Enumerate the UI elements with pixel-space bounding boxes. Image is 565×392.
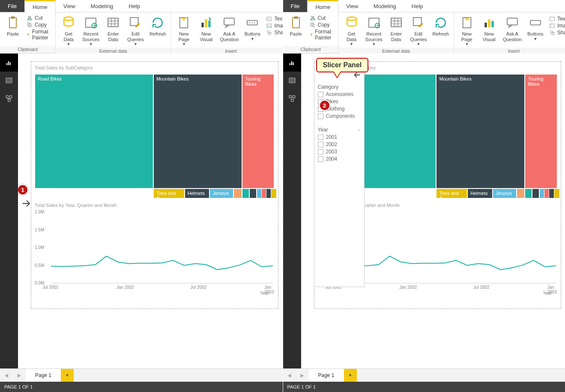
slicer-option[interactable]: 2001 <box>318 134 361 140</box>
get-data-button[interactable]: Get Data▼ <box>341 13 363 47</box>
report-canvas[interactable]: Total Sales by SubCategory Road BikesMou… <box>301 54 565 368</box>
treemap-cell[interactable]: Jerseys <box>209 189 233 198</box>
treemap-cell[interactable]: Jerseys <box>493 189 517 198</box>
svg-rect-37 <box>294 16 298 18</box>
refresh-button[interactable]: Refresh <box>430 13 452 37</box>
expand-slicer-arrow[interactable] <box>19 196 34 211</box>
ask-question-button[interactable]: Ask A Question <box>500 13 524 42</box>
treemap-cell[interactable]: Mountain Bikes <box>153 74 242 189</box>
format-painter-button[interactable]: Format Painter <box>310 29 334 41</box>
new-visual-button[interactable]: New Visual <box>478 13 500 42</box>
text-box-button[interactable]: AText <box>266 16 283 22</box>
copy-button[interactable]: Copy <box>310 22 334 28</box>
treemap-cell[interactable]: Helmets <box>185 189 210 198</box>
svg-rect-53 <box>507 18 517 25</box>
visual-selection[interactable]: Total Sales by SubCategory Road BikesMou… <box>31 61 278 309</box>
refresh-button[interactable]: Refresh <box>146 13 169 37</box>
model-view-button[interactable] <box>0 90 18 108</box>
menu-modeling[interactable]: Modeling <box>83 0 121 12</box>
menu-help[interactable]: Help <box>404 0 431 12</box>
page-tab-1[interactable]: Page 1 <box>26 369 61 382</box>
new-page-button[interactable]: New Page▼ <box>456 13 478 47</box>
cut-button[interactable]: Cut <box>27 15 51 21</box>
tab-next[interactable]: ► <box>296 369 309 382</box>
slicer-option[interactable]: 2004 <box>318 156 361 162</box>
svg-rect-56 <box>550 24 555 27</box>
slicer-panel[interactable]: Category AccessoriesBikesClothingCompone… <box>314 61 365 287</box>
tab-prev[interactable]: ◄ <box>283 369 296 382</box>
edit-queries-button[interactable]: Edit Queries▼ <box>407 13 430 47</box>
treemap-cell[interactable]: Road Bikes <box>35 74 153 189</box>
treemap-cell[interactable]: Helmets <box>467 189 493 198</box>
paste-button[interactable]: Paste <box>285 13 307 37</box>
add-page-button[interactable]: + <box>344 369 357 382</box>
tab-next[interactable]: ► <box>13 369 26 382</box>
tab-prev[interactable]: ◄ <box>0 369 13 382</box>
treemap-cell[interactable]: Mountain Bikes <box>436 74 525 189</box>
add-page-button[interactable]: + <box>61 369 74 382</box>
treemap-cell[interactable] <box>271 189 277 198</box>
line-chart[interactable]: 0.0M0.5M1.0M1.5M2.0MJul 2001Jan 2002Jul … <box>35 210 275 296</box>
data-view-button[interactable] <box>283 72 301 90</box>
data-view-button[interactable] <box>0 72 18 90</box>
new-page-button[interactable]: New Page▼ <box>173 13 195 47</box>
report-view-button[interactable] <box>0 54 18 72</box>
recent-sources-button[interactable]: Recent Sources▼ <box>363 13 385 47</box>
menu-home[interactable]: Home <box>24 0 56 12</box>
ask-question-button[interactable]: Ask A Question <box>217 13 241 42</box>
treemap-cell[interactable] <box>242 189 249 198</box>
enter-data-button[interactable]: Enter Data <box>102 13 124 42</box>
slicer-option[interactable]: 2003 <box>318 149 361 155</box>
shapes-button[interactable]: Shap <box>549 30 565 36</box>
svg-rect-1 <box>11 16 15 18</box>
svg-rect-52 <box>491 21 493 27</box>
buttons-button[interactable]: Buttons▼ <box>524 13 547 41</box>
page-tab-1[interactable]: Page 1 <box>309 369 344 382</box>
menu-view[interactable]: View <box>338 0 366 12</box>
treemap-cell[interactable] <box>249 189 257 198</box>
new-visual-button[interactable]: New Visual <box>195 13 217 42</box>
menu-file[interactable]: File <box>0 0 24 12</box>
image-button[interactable]: Ima <box>549 23 565 29</box>
report-view-button[interactable] <box>283 54 301 72</box>
treemap-cell[interactable] <box>532 189 539 198</box>
recent-sources-button[interactable]: Recent Sources▼ <box>80 13 102 47</box>
svg-rect-0 <box>9 18 16 28</box>
menu-help[interactable]: Help <box>121 0 148 12</box>
text-box-button[interactable]: Text <box>549 16 565 22</box>
treemap-cell[interactable]: Tires and Tu... <box>153 189 185 198</box>
shapes-button[interactable]: Shap <box>266 30 283 36</box>
treemap-chart[interactable]: Road BikesMountain BikesTouring BikesTir… <box>35 74 275 198</box>
menu-modeling[interactable]: Modeling <box>366 0 404 12</box>
get-data-button[interactable]: Get Data▼ <box>57 13 80 47</box>
format-painter-label: Format Painter <box>32 29 51 41</box>
slicer-option[interactable]: Accessories <box>318 91 361 97</box>
svg-rect-12 <box>130 18 138 26</box>
treemap-cell[interactable] <box>525 189 532 198</box>
paste-button[interactable]: Paste <box>2 13 24 37</box>
ask-label: Ask A Question <box>220 31 239 42</box>
image-button[interactable]: Ima <box>266 23 283 29</box>
buttons-button[interactable]: Buttons▼ <box>241 13 263 41</box>
slicer-option[interactable]: 2002 <box>318 141 361 147</box>
treemap-cell[interactable] <box>517 189 525 198</box>
cut-button[interactable]: Cut <box>310 15 334 21</box>
treemap-cell[interactable]: Touring Bikes <box>525 74 557 189</box>
menu-file[interactable]: File <box>283 0 308 12</box>
treemap-cell[interactable]: Touring Bikes <box>242 74 275 189</box>
slicer-option[interactable]: Components <box>318 113 361 119</box>
enter-data-button[interactable]: Enter Data <box>385 13 407 42</box>
report-canvas[interactable]: Total Sales by SubCategory Road BikesMou… <box>18 54 283 368</box>
copy-button[interactable]: Copy <box>27 22 51 28</box>
chevron-down-icon[interactable]: ⌄ <box>357 127 361 133</box>
treemap-cell[interactable] <box>554 189 560 198</box>
menu-home[interactable]: Home <box>307 0 338 12</box>
edit-queries-button[interactable]: Edit Queries▼ <box>124 13 146 47</box>
treemap-cell[interactable] <box>233 189 242 198</box>
slicer-option-label: Components <box>326 113 355 119</box>
dropdown-icon: ▼ <box>67 42 71 46</box>
format-painter-button[interactable]: Format Painter <box>27 29 51 41</box>
menu-view[interactable]: View <box>56 0 83 12</box>
treemap-cell[interactable]: Tires and Tu... <box>436 189 467 198</box>
model-view-button[interactable] <box>283 90 301 108</box>
